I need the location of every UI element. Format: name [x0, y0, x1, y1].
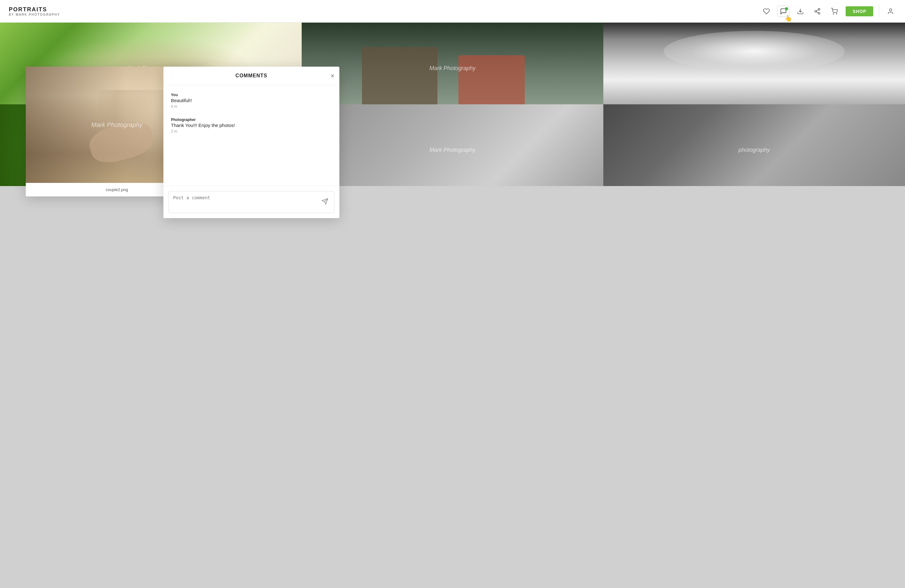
comment-send-button[interactable] [320, 197, 330, 208]
brand-subtitle: BY MARK PHOTOGRAPHY [9, 13, 60, 16]
gallery-photo-two-kids[interactable]: Mark Photography [302, 22, 603, 104]
app-header: PORTRAITS BY MARK PHOTOGRAPHY 👆 [0, 0, 905, 22]
cursor-hand-icon: 👆 [784, 14, 792, 22]
comment-text: Beautiful!! [171, 98, 332, 103]
svg-line-4 [816, 12, 818, 13]
user-icon [887, 8, 894, 15]
comments-footer [164, 186, 339, 218]
brand-logo: PORTRAITS BY MARK PHOTOGRAPHY [9, 6, 60, 16]
cart-icon [831, 8, 838, 15]
download-button[interactable] [795, 6, 806, 17]
comments-panel: COMMENTS × You Beautiful!! 4 m Photograp… [164, 67, 339, 218]
user-menu-button[interactable] [885, 6, 896, 17]
comment-time: 4 m [171, 104, 332, 109]
header-divider [879, 6, 879, 17]
cart-button[interactable] [829, 6, 840, 17]
svg-point-1 [818, 8, 820, 10]
send-icon [321, 198, 329, 205]
gallery-photo-chandelier[interactable] [603, 22, 905, 104]
comment-item: You Beautiful!! 4 m [171, 93, 332, 109]
comments-body: You Beautiful!! 4 m Photographer Thank Y… [164, 85, 339, 186]
share-button[interactable] [812, 6, 823, 17]
comment-text: Thank You!!! Enjoy the photos! [171, 122, 332, 128]
comments-button[interactable]: 👆 [778, 6, 789, 17]
photo-watermark-6: photography [738, 147, 770, 153]
svg-point-7 [837, 14, 837, 14]
comment-input-wrapper [168, 191, 334, 213]
comments-close-button[interactable]: × [330, 73, 334, 79]
comment-notification-dot [785, 7, 788, 10]
comment-item: Photographer Thank You!!! Enjoy the phot… [171, 118, 332, 133]
svg-line-5 [816, 10, 818, 11]
comments-title: COMMENTS [235, 73, 267, 79]
shop-button[interactable]: SHOP [846, 6, 873, 16]
comment-author: You [171, 93, 332, 97]
gallery-container: Mark Photography Mark Photography Mark P… [0, 22, 905, 588]
comments-header: COMMENTS × [164, 67, 339, 85]
favorite-button[interactable] [761, 6, 772, 17]
photo-card-watermark: Mark Photography [91, 121, 142, 129]
heart-icon [763, 8, 770, 15]
download-icon [797, 8, 804, 15]
brand-title: PORTRAITS [9, 6, 60, 13]
comment-time: 2 m [171, 129, 332, 133]
comment-input[interactable] [173, 195, 320, 209]
share-icon [814, 8, 821, 15]
svg-point-2 [815, 10, 817, 12]
comment-author: Photographer [171, 118, 332, 122]
header-actions: 👆 [761, 6, 896, 17]
gallery-photo-bw-couple2[interactable]: photography [603, 104, 905, 186]
svg-point-8 [889, 8, 891, 11]
gallery-photo-couple-bw[interactable]: Mark Photography [302, 104, 603, 186]
svg-point-3 [818, 12, 820, 14]
svg-point-6 [834, 14, 834, 14]
